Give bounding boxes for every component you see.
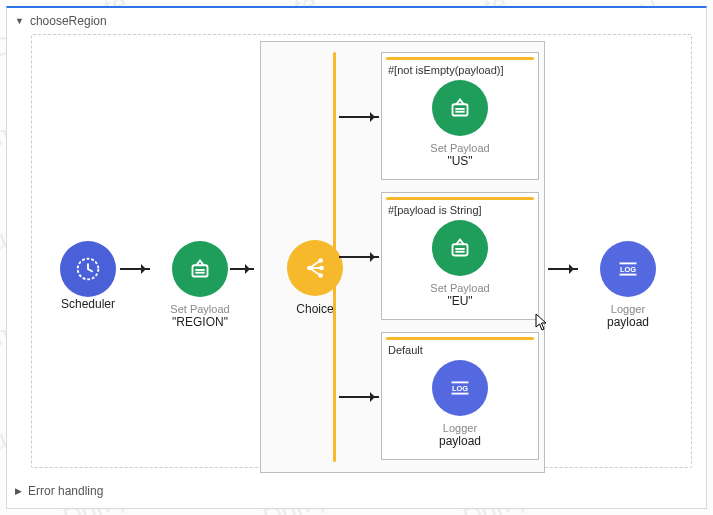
caret-right-icon: ▶	[15, 486, 22, 496]
caret-down-icon: ▼	[15, 16, 24, 26]
error-handling-label: Error handling	[28, 484, 103, 498]
branch1-condition: #[not isEmpty(payload)]	[382, 60, 538, 76]
branch2-label2: "EU"	[382, 294, 538, 308]
branch1-label1: Set Payload	[382, 142, 538, 154]
logger-icon: LOG	[432, 360, 488, 416]
node-choice[interactable]: Choice	[267, 240, 363, 316]
arrow	[120, 268, 150, 270]
arrow	[339, 256, 379, 258]
set-payload-region-label2: "REGION"	[152, 315, 248, 329]
flow-outer-container: ▼ chooseRegion Scheduler Set Payload "RE…	[6, 6, 707, 509]
arrow	[339, 396, 379, 398]
flow-inner-container: Scheduler Set Payload "REGION"	[31, 34, 692, 468]
branch3-label1: Logger	[382, 422, 538, 434]
scheduler-icon	[60, 241, 116, 297]
svg-line-8	[309, 261, 320, 269]
set-payload-icon	[432, 80, 488, 136]
branch3-label2: payload	[382, 434, 538, 448]
node-set-payload-region[interactable]: Set Payload "REGION"	[152, 241, 248, 329]
svg-line-10	[309, 268, 320, 276]
logger-final-label2: payload	[580, 315, 676, 329]
node-set-payload-eu[interactable]: Set Payload "EU"	[382, 220, 538, 308]
branch1-label2: "US"	[382, 154, 538, 168]
error-handling-header[interactable]: ▶ Error handling	[15, 484, 103, 498]
flow-header[interactable]: ▼ chooseRegion	[7, 8, 706, 30]
svg-text:LOG: LOG	[620, 265, 636, 274]
branch2-label1: Set Payload	[382, 282, 538, 294]
cursor-icon	[535, 313, 549, 331]
set-payload-icon	[172, 241, 228, 297]
logger-final-label1: Logger	[580, 303, 676, 315]
set-payload-icon	[432, 220, 488, 276]
node-set-payload-us[interactable]: Set Payload "US"	[382, 80, 538, 168]
arrow	[230, 268, 254, 270]
node-logger-default[interactable]: LOG Logger payload	[382, 360, 538, 448]
svg-text:LOG: LOG	[452, 384, 468, 393]
flow-name: chooseRegion	[30, 14, 107, 28]
branch-is-string: #[payload is String] Set Payload "EU"	[381, 192, 539, 320]
arrow	[339, 116, 379, 118]
node-logger-final[interactable]: LOG Logger payload	[580, 241, 676, 329]
node-scheduler[interactable]: Scheduler	[40, 241, 136, 311]
choice-icon	[287, 240, 343, 296]
branch-default: Default LOG Logger payload	[381, 332, 539, 460]
branch3-condition: Default	[382, 340, 538, 356]
arrow	[548, 268, 578, 270]
set-payload-region-label1: Set Payload	[152, 303, 248, 315]
branch-not-empty: #[not isEmpty(payload)] Set Payload "US"	[381, 52, 539, 180]
branch2-condition: #[payload is String]	[382, 200, 538, 216]
choice-label: Choice	[267, 302, 363, 316]
scheduler-label: Scheduler	[40, 297, 136, 311]
choice-container: Choice #[not isEmpty(payload)] Set Paylo…	[260, 41, 545, 473]
logger-icon: LOG	[600, 241, 656, 297]
flow-canvas[interactable]: Scheduler Set Payload "REGION"	[32, 35, 691, 467]
